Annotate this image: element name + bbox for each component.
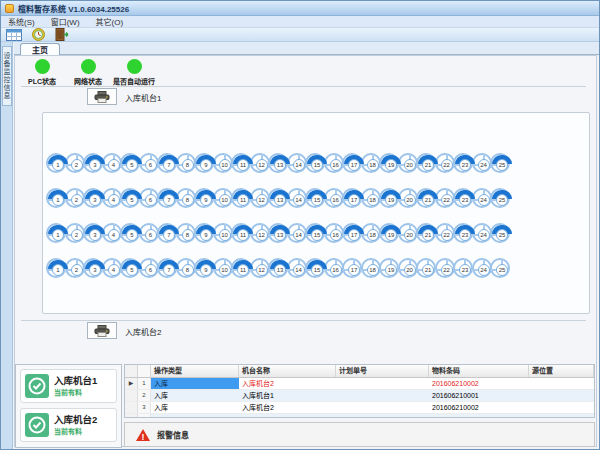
status-label: PLC状态: [19, 76, 65, 86]
table-cell[interactable]: [529, 414, 594, 418]
print-button-machine2[interactable]: [87, 322, 117, 339]
header-indicator-cell: [125, 365, 138, 377]
slot-number: 13: [274, 229, 286, 241]
table-cell[interactable]: 入库: [151, 402, 239, 413]
slot-number: 5: [126, 159, 138, 171]
slot-1-1: 1: [46, 153, 66, 173]
column-header-3[interactable]: 物料条码: [429, 365, 529, 377]
table-cell[interactable]: 201606210002: [429, 378, 529, 389]
table-row[interactable]: 4: [125, 414, 594, 418]
title-bar: 楦料暂存系统 V1.0.6034.25526: [1, 1, 599, 16]
slot-number: 22: [441, 159, 453, 171]
printer-icon: [94, 91, 110, 103]
tab-strip: 主页: [14, 42, 599, 55]
table-row[interactable]: ▶1入库入库机台2201606210002: [125, 378, 594, 390]
menu-item-0[interactable]: 系统(S): [8, 16, 35, 27]
table-cell[interactable]: [529, 378, 594, 389]
column-header-2[interactable]: 计划单号: [336, 365, 429, 377]
slot-3-13: 13: [268, 223, 288, 243]
row-number: 2: [138, 390, 151, 401]
exit-button[interactable]: [53, 28, 71, 41]
column-header-4[interactable]: 源位置: [529, 365, 594, 377]
slot-number: 3: [89, 159, 101, 171]
slot-number: 9: [200, 194, 212, 206]
slot-1-9: 9: [194, 153, 214, 173]
slot-number: 9: [200, 229, 212, 241]
table-row[interactable]: 2入库入库机台1201606210001: [125, 390, 594, 402]
status-label: 是否自动运行: [111, 76, 157, 86]
slot-4-20: 20: [398, 258, 418, 278]
table-cell[interactable]: [151, 414, 239, 418]
print-button-machine1[interactable]: [87, 88, 117, 105]
slot-number: 21: [422, 229, 434, 241]
warning-icon: !: [135, 428, 151, 442]
slot-number: 10: [219, 264, 231, 276]
table-row[interactable]: 3入库入库机台2201606210002: [125, 402, 594, 414]
table-cell[interactable]: [529, 402, 594, 413]
slot-number: 6: [145, 194, 157, 206]
slot-number: 7: [163, 159, 175, 171]
table-cell[interactable]: [336, 402, 429, 413]
machine-card-2[interactable]: 入库机台2当前有料: [20, 408, 117, 442]
table-cell[interactable]: [239, 414, 336, 418]
slot-number: 8: [182, 264, 194, 276]
column-header-0[interactable]: 操作类型: [151, 365, 239, 377]
slot-number: 17: [348, 264, 360, 276]
table-cell[interactable]: [429, 414, 529, 418]
table-cell[interactable]: 入库机台2: [239, 378, 336, 389]
slot-1-13: 13: [268, 153, 288, 173]
slot-2-9: 9: [194, 188, 214, 208]
slot-row-4: 1234567891011121314151617181920212223242…: [46, 258, 589, 282]
table-cell[interactable]: [529, 390, 594, 401]
slot-1-5: 5: [120, 153, 140, 173]
slot-number: 1: [52, 159, 64, 171]
slot-4-24: 24: [472, 258, 492, 278]
slot-3-25: 25: [490, 223, 510, 243]
slot-number: 2: [71, 264, 83, 276]
slot-2-11: 11: [231, 188, 251, 208]
tab-home[interactable]: 主页: [20, 43, 60, 55]
alarm-label: 报警信息: [157, 429, 189, 440]
menu-item-1[interactable]: 窗口(W): [51, 16, 80, 27]
table-cell[interactable]: [336, 378, 429, 389]
column-header-1[interactable]: 机台名称: [239, 365, 336, 377]
slot-number: 12: [256, 264, 268, 276]
table-cell[interactable]: 201606210001: [429, 390, 529, 401]
table-cell[interactable]: [336, 414, 429, 418]
table-cell[interactable]: 入库机台2: [239, 402, 336, 413]
slot-number: 12: [256, 159, 268, 171]
calendar-button[interactable]: [5, 28, 23, 41]
slot-number: 8: [182, 194, 194, 206]
slot-4-3: 3: [83, 258, 103, 278]
side-panel-tab[interactable]: 设备监控信息: [2, 46, 12, 106]
slot-number: 19: [385, 159, 397, 171]
toolbar: [1, 28, 599, 42]
slot-number: 3: [89, 264, 101, 276]
slot-number: 22: [441, 264, 453, 276]
slot-number: 11: [237, 194, 249, 206]
slot-3-15: 15: [305, 223, 325, 243]
slot-2-3: 3: [83, 188, 103, 208]
slot-number: 11: [237, 159, 249, 171]
table-cell[interactable]: 入库: [151, 378, 239, 389]
slot-number: 4: [108, 229, 120, 241]
slot-4-18: 18: [361, 258, 381, 278]
slot-number: 4: [108, 159, 120, 171]
slot-number: 4: [108, 194, 120, 206]
status-indicator-row: PLC状态网络状态是否自动运行: [19, 59, 157, 86]
table-cell[interactable]: 201606210002: [429, 402, 529, 413]
slot-number: 25: [496, 194, 508, 206]
slot-number: 24: [478, 264, 490, 276]
slot-number: 18: [367, 194, 379, 206]
table-cell[interactable]: 入库: [151, 390, 239, 401]
clock-button[interactable]: [29, 28, 47, 41]
slot-number: 9: [200, 159, 212, 171]
calendar-icon: [6, 28, 22, 41]
slot-number: 14: [293, 159, 305, 171]
machine-card-1[interactable]: 入库机台1当前有料: [20, 369, 117, 403]
machine-card-text: 入库机台2当前有料: [54, 414, 97, 436]
table-cell[interactable]: 入库机台1: [239, 390, 336, 401]
slot-3-1: 1: [46, 223, 66, 243]
table-cell[interactable]: [336, 390, 429, 401]
menu-item-2[interactable]: 其它(O): [96, 16, 124, 27]
